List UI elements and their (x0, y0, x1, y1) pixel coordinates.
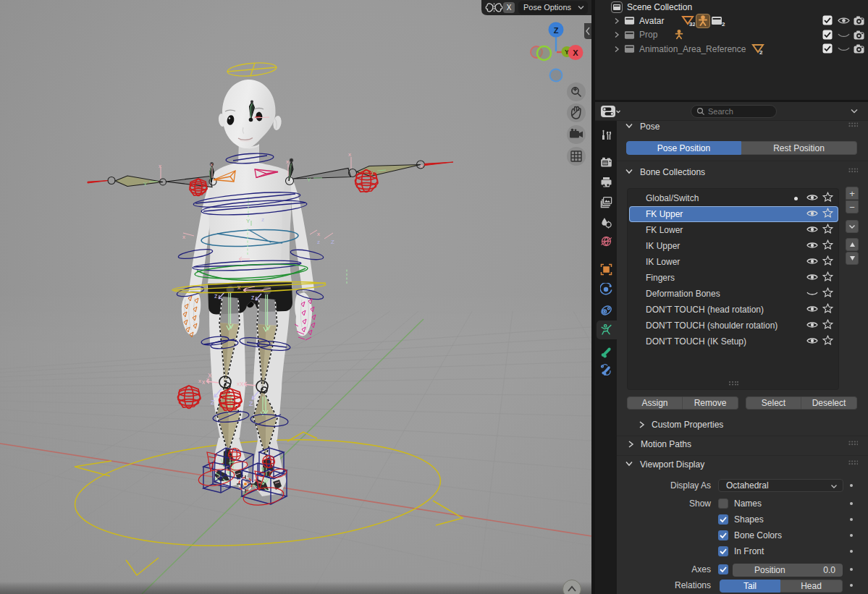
svg-text:z: z (214, 292, 218, 300)
svg-text:X: X (240, 381, 244, 388)
svg-text:z: z (251, 294, 255, 301)
svg-text:Z: Z (554, 26, 559, 35)
svg-text:X: X (507, 4, 512, 12)
svg-text:Pose Options: Pose Options (523, 3, 572, 12)
svg-text:Y: Y (371, 169, 375, 176)
svg-text:Z: Z (211, 399, 215, 406)
svg-text:x: x (420, 163, 423, 169)
svg-text:2: 2 (722, 21, 725, 27)
svg-text:Y: Y (307, 177, 311, 183)
svg-text:x: x (206, 376, 209, 383)
svg-text:x: x (210, 161, 213, 168)
svg-text:Z: Z (331, 239, 334, 245)
svg-text:z: z (317, 239, 320, 245)
svg-text:X: X (573, 48, 578, 57)
svg-text:32: 32 (689, 21, 695, 27)
svg-text:Z: Z (249, 400, 253, 407)
svg-text:Y: Y (246, 218, 250, 224)
svg-text:x: x (348, 151, 351, 158)
svg-text:Y: Y (143, 181, 148, 187)
svg-text:x: x (198, 378, 201, 384)
svg-text:x: x (182, 234, 185, 240)
svg-text:x: x (286, 158, 289, 165)
svg-text:x: x (317, 231, 320, 237)
svg-text:x: x (237, 381, 240, 387)
svg-text:z: z (261, 216, 264, 223)
svg-text:2: 2 (759, 49, 763, 55)
